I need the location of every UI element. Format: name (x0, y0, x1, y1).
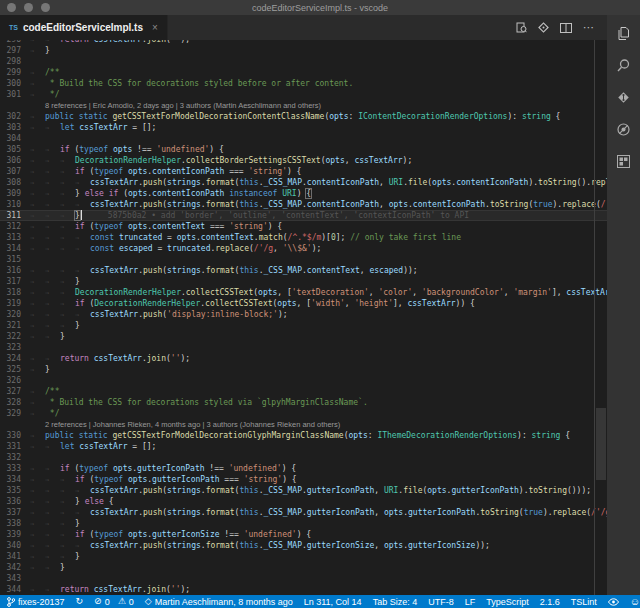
code-line: 309→→→} else if (opts.contentIconPath in… (0, 188, 607, 199)
tab-whitespace-arrow: → (60, 222, 75, 232)
tab-whitespace-arrow: → (60, 211, 75, 221)
blame-text: Martin Aeschlimann, 8 months ago (155, 597, 293, 607)
code-content: →→return cssTextArr.join(''); (30, 353, 607, 364)
close-tab-icon[interactable]: × (152, 22, 158, 33)
error-count: 0 (105, 597, 110, 607)
line-number: 313 (0, 232, 30, 243)
code-content: →public static getCSSTextForModelDecorat… (30, 430, 607, 441)
line-number: 307 (0, 166, 30, 177)
status-bar: fixes-20137 ↻ ⊘ 0 ⚠ 0 ◇ Martin Aeschlima… (0, 595, 640, 608)
tab-whitespace-arrow: → (60, 244, 75, 254)
tab-whitespace-arrow: → (30, 585, 45, 595)
text-cursor (81, 210, 82, 220)
ts-version-item[interactable]: 2.1.6 (540, 597, 560, 607)
editor-scrollbar[interactable] (594, 40, 607, 595)
code-content: →→→} (30, 518, 607, 529)
code-line: 338→→→} (0, 518, 607, 529)
line-number: 340 (0, 540, 30, 551)
tab-whitespace-arrow: → (30, 508, 45, 518)
line-number: 304 (0, 133, 30, 144)
code-line: 327→/** (0, 386, 607, 397)
code-content: → * Build the CSS for decorations styled… (30, 78, 607, 89)
open-preview-icon[interactable] (516, 22, 527, 33)
code-line: 339→→→if (typeof opts.gutterIconSize !==… (0, 529, 607, 540)
gitlens-toggle-icon[interactable] (538, 22, 549, 33)
tab-whitespace-arrow: → (30, 79, 45, 89)
code-line: 308→→→→cssTextArr.push(strings.format(th… (0, 177, 607, 188)
feedback-smiley[interactable]: ☺ (630, 597, 640, 607)
codelens-row[interactable]: 8 references | Eric Amodio, 2 days ago |… (0, 100, 607, 111)
error-icon: ⊘ (94, 597, 102, 606)
line-number: 339 (0, 529, 30, 540)
tab-whitespace-arrow: → (30, 112, 45, 122)
line-number: 312 (0, 221, 30, 232)
code-content: →→} (30, 562, 607, 573)
problems-item[interactable]: ⊘ 0 ⚠ 0 (94, 597, 134, 607)
code-content: →→→→cssTextArr.push(strings.format(this.… (30, 507, 607, 518)
line-number (0, 100, 30, 111)
code-line: 297→} (0, 45, 607, 56)
extensions-icon[interactable] (615, 153, 632, 170)
tab-whitespace-arrow: → (45, 310, 60, 320)
code-line: 328→ * Build the CSS for decorations sty… (0, 397, 607, 408)
source-control-icon[interactable] (615, 89, 632, 106)
code-editor[interactable]: 296→→return cssTextArr.join('');297→}298… (0, 40, 607, 595)
tab-whitespace-arrow: → (60, 321, 75, 331)
code-line: 333→→if (typeof opts.gutterIconPath !== … (0, 463, 607, 474)
watch-toggle[interactable] (608, 598, 619, 606)
more-actions-icon[interactable]: ⋯ (583, 21, 595, 34)
code-content: →→→if (typeof opts.contentText === 'stri… (30, 221, 607, 232)
tab-whitespace-arrow: → (30, 123, 45, 133)
tab-whitespace-arrow: → (30, 244, 45, 254)
code-content (30, 56, 607, 67)
codelens-text: 8 references | Eric Amodio, 2 days ago |… (30, 100, 607, 111)
language-item[interactable]: TypeScript (486, 597, 529, 607)
code-line: 319→→→if (DecorationRenderHelper.collect… (0, 298, 607, 309)
tab-whitespace-arrow: → (45, 277, 60, 287)
tab-codeEditorServiceImpl[interactable]: TS codeEditorServiceImpl.ts × (0, 15, 168, 40)
scrollbar-slider[interactable] (596, 408, 606, 480)
line-number: 319 (0, 298, 30, 309)
line-number: 336 (0, 496, 30, 507)
debug-icon[interactable] (615, 121, 632, 138)
code-content: →→→} else if (opts.contentIconPath insta… (30, 188, 607, 199)
code-line: 305→→if (typeof opts !== 'undefined') { (0, 144, 607, 155)
tab-bar: TS codeEditorServiceImpl.ts × ⋯ (0, 15, 607, 40)
tab-whitespace-arrow: → (75, 200, 90, 210)
git-blame-annotation: 5875b0a2 • add 'border', 'outline', 'con… (108, 211, 469, 220)
search-icon[interactable] (615, 57, 632, 74)
gitlens-blame-item[interactable]: ◇ Martin Aeschlimann, 8 months ago (145, 597, 293, 607)
line-number (0, 419, 30, 430)
tab-whitespace-arrow: → (45, 145, 60, 155)
git-branch-item[interactable]: fixes-20137 (7, 597, 65, 607)
encoding-item[interactable]: UTF-8 (428, 597, 454, 607)
gitlens-blame-icon: ◇ (145, 597, 152, 606)
split-editor-icon[interactable] (560, 23, 572, 33)
tab-whitespace-arrow: → (60, 178, 75, 188)
codelens-row[interactable]: 2 references | Johannes Rieken, 4 months… (0, 419, 607, 430)
tab-whitespace-arrow: → (60, 167, 75, 177)
cursor-position-item[interactable]: Ln 311, Col 14 (304, 597, 362, 607)
code-content: →→if (typeof opts.gutterIconPath !== 'un… (30, 463, 607, 474)
tab-size-item[interactable]: Tab Size: 4 (373, 597, 418, 607)
code-content: →→let cssTextArr = []; (30, 441, 607, 452)
tab-whitespace-arrow: → (30, 299, 45, 309)
code-content: →→→→cssTextArr.push(strings.format(this.… (30, 177, 607, 188)
line-number: 316 (0, 265, 30, 276)
tab-whitespace-arrow: → (30, 200, 45, 210)
tab-whitespace-arrow: → (30, 266, 45, 276)
smiley-icon: ☺ (630, 597, 640, 607)
code-line: 312→→→if (typeof opts.contentText === 's… (0, 221, 607, 232)
code-content (30, 573, 607, 584)
sync-button[interactable]: ↻ (76, 597, 84, 606)
code-content (30, 375, 607, 386)
eol-item[interactable]: LF (465, 597, 476, 607)
code-line: 318→→→DecorationRenderHelper.collectCSST… (0, 287, 607, 298)
explorer-icon[interactable] (615, 25, 632, 42)
tab-whitespace-arrow: → (75, 233, 90, 243)
code-content: →→→} (30, 276, 607, 287)
tslint-item[interactable]: TSLint (571, 597, 597, 607)
code-line: 340→→→→cssTextArr.push(strings.format(th… (0, 540, 607, 551)
tab-whitespace-arrow: → (30, 145, 45, 155)
tab-whitespace-arrow: → (30, 90, 45, 100)
